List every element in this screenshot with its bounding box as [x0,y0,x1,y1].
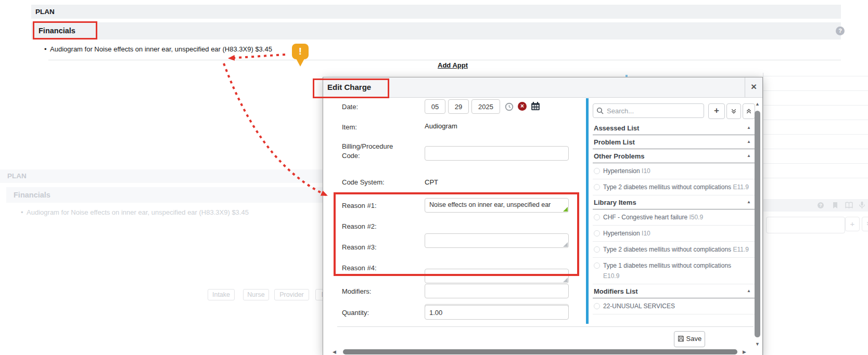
section-title: Problem List [594,138,635,146]
item-circle-icon [594,214,600,220]
resize-handle-icon[interactable] [563,278,568,282]
charge-line[interactable]: • Audiogram for Noise effects on inner e… [44,45,409,53]
dialog-horizontal-scrollbar[interactable]: ◀ ▶ [323,349,754,355]
panel-section-header[interactable]: Assessed List ▲ [593,121,755,135]
horizontal-scroll-thumb[interactable] [343,349,737,354]
microphone-icon[interactable] [859,201,865,209]
date-day-input[interactable] [448,99,469,114]
item-code: E10.9 [603,272,619,280]
plan-header-bar: PLAN [31,5,841,19]
panel-sections: Assessed List ▲ Problem List ▲ Other Pro… [593,121,755,314]
panel-list-item[interactable]: Type 1 diabetes mellitus without complic… [593,258,755,284]
bg-quick-entry-input[interactable] [766,217,845,233]
panel-section-header[interactable]: Library Items ▲ [593,195,755,209]
phase-button-provider[interactable]: Provider [274,289,309,300]
faded-plan-header: PLAN [0,169,27,183]
item-name: Hypertension [603,230,640,237]
item-code: E11.9 [733,246,748,253]
screen: Meds Quick List ? + PLAN [0,0,868,355]
plus-icon: + [714,106,719,115]
panel-section-header[interactable]: Problem List ▲ [593,135,755,149]
reason-1-label: Reason #1: [342,202,377,209]
faded-charge-text: Audiogram for Noise effects on inner ear… [27,208,249,216]
chevron-double-up-icon [746,108,752,114]
item-name: 22-UNUSUAL SERVICES [603,303,675,310]
close-icon[interactable]: × [745,77,762,98]
date-year-input[interactable] [471,99,500,114]
reason-4-label: Reason #4: [342,264,377,272]
section-title: Assessed List [594,124,639,132]
reason-2-input[interactable] [425,233,569,248]
scroll-down-icon[interactable]: ▼ [755,341,760,347]
add-appt-link[interactable]: Add Appt [411,61,494,69]
vertical-scroll-thumb[interactable] [755,111,760,337]
phase-button-intake[interactable]: Intake [208,289,235,300]
bg-expand-button[interactable] [862,217,868,231]
bg-add-button[interactable]: + [845,217,860,231]
section-title: Library Items [594,199,636,206]
panel-list-item[interactable]: 22-UNUSUAL SERVICES [593,298,755,314]
clock-icon[interactable] [505,102,514,111]
caret-up-icon[interactable]: ▲ [747,125,751,130]
resize-handle-icon[interactable] [563,207,568,212]
faded-financials-header: Financials [6,187,50,203]
panel-list-item[interactable]: Hypertension I10 [593,163,755,179]
financials-header: Financials [31,22,75,40]
reason-3-input[interactable] [425,269,569,283]
code-system-value: CPT [425,178,438,186]
item-name: Type 2 diabetes mellitus without complic… [603,183,731,191]
add-item-button[interactable]: + [708,103,725,119]
save-label: Save [686,335,701,343]
resize-handle-icon[interactable] [563,242,568,247]
bookmark-icon[interactable] [832,202,839,209]
help-icon[interactable]: ? [817,202,824,209]
date-month-input[interactable] [425,99,445,114]
dialog-title: Edit Charge [323,77,745,97]
financials-header-bar: Financials ? [31,22,841,40]
clear-date-icon[interactable]: × [518,102,527,111]
item-label: Item: [342,123,357,131]
caret-up-icon[interactable]: ▲ [747,139,751,144]
item-circle-icon [594,246,600,253]
save-button[interactable]: Save [674,331,705,347]
modifiers-input[interactable] [425,284,569,298]
scroll-right-icon[interactable]: ▶ [743,349,746,354]
caret-up-icon[interactable]: ▲ [747,153,751,158]
panel-section-header[interactable]: Other Problems ▲ [593,149,755,163]
collapse-all-button[interactable] [726,103,741,119]
expand-all-button[interactable] [743,103,755,119]
search-input[interactable] [593,103,704,118]
item-name: CHF - Congestive heart failure [603,214,687,221]
save-icon [678,335,684,342]
caret-up-icon[interactable]: ▲ [747,288,751,293]
billing-code-input[interactable] [425,146,569,161]
panel-list-item[interactable]: Type 2 diabetes mellitus without complic… [593,242,755,258]
dialog-vertical-scrollbar[interactable]: ▲ ▼ [754,98,761,355]
item-circle-icon [594,168,600,174]
reason-1-input[interactable]: Noise effects on inner ear, unspecified … [425,198,569,213]
top-section: PLAN Financials ? • Audiogram for Noise … [0,0,868,73]
help-badge-icon[interactable]: ? [836,27,845,35]
phase-button-nurse[interactable]: Nurse [243,289,269,300]
item-circle-icon [594,184,600,190]
panel-list-item[interactable]: Type 2 diabetes mellitus without complic… [593,179,755,195]
scroll-left-icon[interactable]: ◀ [333,349,336,354]
divider [48,60,841,60]
section-title: Other Problems [594,152,645,160]
scroll-up-icon[interactable]: ▲ [755,101,760,107]
calendar-icon[interactable] [531,101,540,111]
item-code: I10 [642,167,650,175]
quantity-input[interactable] [425,305,569,320]
code-system-label: Code System: [342,178,385,186]
item-circle-icon [594,262,600,269]
item-value: Audiogram [425,122,457,130]
panel-list-item[interactable]: Hypertension I10 [593,226,755,242]
bg-panel-border [763,73,763,355]
book-icon[interactable] [845,202,853,209]
chevron-double-down-icon [731,108,737,114]
svg-text:?: ? [819,203,822,208]
billing-code-label: Billing/Procedure Code: [342,142,402,161]
caret-up-icon[interactable]: ▲ [747,200,751,204]
panel-section-header[interactable]: Modifiers List ▲ [593,284,755,298]
panel-list-item[interactable]: CHF - Congestive heart failure I50.9 [593,209,755,226]
